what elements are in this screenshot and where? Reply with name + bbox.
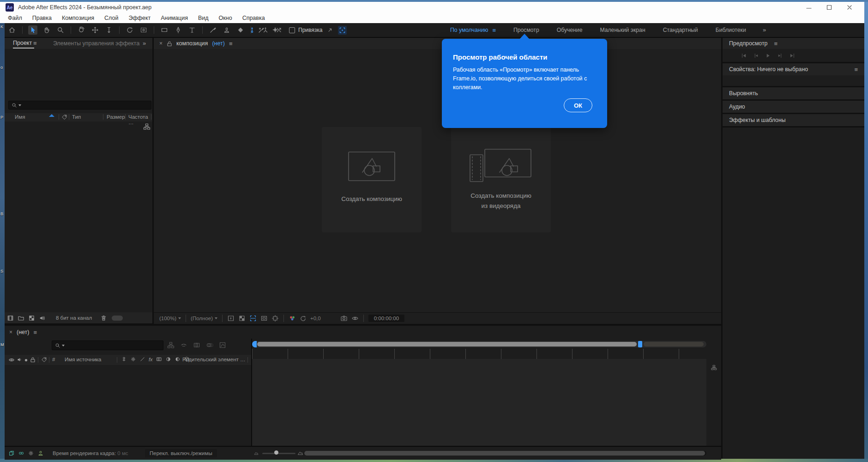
user-presence-icon[interactable] (37, 450, 44, 456)
timeline-navigator[interactable] (252, 341, 706, 347)
effects-presets-panel-header[interactable]: Эффекты и шаблоны (723, 114, 864, 126)
timeline-panel-menu-icon[interactable]: ≡ (34, 329, 37, 336)
playhead-marker[interactable] (638, 341, 642, 347)
bit-depth-label[interactable]: 8 бит на канал (56, 315, 92, 321)
graph-editor-icon[interactable] (219, 341, 226, 349)
last-frame-icon[interactable] (789, 53, 795, 59)
timecode-display[interactable]: 0:00:00:00 (368, 315, 404, 322)
workspace-standard[interactable]: Стандартный (654, 27, 707, 33)
multi-frame-rendering-icon[interactable] (8, 450, 15, 456)
timeline-zoom-slider-track[interactable] (262, 453, 295, 454)
label-color-icon[interactable] (61, 114, 67, 120)
column-type[interactable]: Тип (72, 114, 81, 120)
time-ruler[interactable] (252, 349, 706, 359)
zoom-out-mountain-icon[interactable] (254, 451, 259, 456)
selection-tool[interactable] (28, 25, 37, 35)
mask-visibility-icon[interactable] (260, 315, 268, 322)
close-button[interactable] (839, 2, 860, 13)
minimize-button[interactable] (799, 2, 819, 13)
pan-camera-tool[interactable] (90, 25, 100, 35)
proxy-toggle-icon[interactable] (18, 450, 24, 456)
workspace-default[interactable]: По умолчанию≡ (441, 27, 505, 34)
menu-effect[interactable]: Эффект (123, 13, 156, 23)
fast-previews-icon[interactable] (227, 315, 235, 322)
eraser-tool[interactable] (236, 25, 245, 35)
menu-animation[interactable]: Анимация (156, 13, 193, 23)
frame-blend-icon[interactable] (156, 356, 162, 362)
column-parent[interactable]: Родительский элемент … (182, 357, 245, 362)
menu-edit[interactable]: Правка (27, 13, 57, 23)
menu-help[interactable]: Справка (237, 13, 270, 23)
effects-fx-icon[interactable]: fx (149, 357, 153, 362)
timeline-search-input[interactable] (52, 340, 163, 350)
project-tab-overflow-chevron[interactable]: » (143, 40, 145, 47)
label-color-icon[interactable] (41, 357, 47, 363)
world-axis-mode-icon[interactable] (261, 25, 270, 35)
project-flowchart-icon[interactable] (143, 123, 151, 130)
motion-blur-switch-icon[interactable] (165, 356, 171, 362)
column-size[interactable]: Размер (107, 114, 125, 120)
snapping-checkbox[interactable] (289, 27, 295, 33)
menu-composition[interactable]: Композиция (57, 13, 99, 23)
show-snapshot-eye-icon[interactable] (351, 315, 359, 322)
next-frame-icon[interactable] (777, 53, 783, 59)
view-axis-mode-icon[interactable] (274, 25, 283, 35)
adjustment-layer-icon[interactable] (175, 356, 181, 362)
navigator-start-handle[interactable] (252, 341, 257, 347)
properties-panel-header[interactable]: Свойства: Ничего не выбрано ≡ (723, 63, 864, 75)
sort-ascending-icon[interactable] (49, 114, 54, 117)
new-composition-card[interactable]: Создать композицию (322, 127, 422, 232)
new-composition-from-footage-card[interactable]: Создать композицию из видеоряда (451, 127, 551, 232)
workspace-overflow-chevron[interactable]: » (763, 23, 765, 37)
column-name[interactable]: Имя (15, 114, 25, 120)
crop-target-icon[interactable] (271, 315, 279, 322)
shy-layers-icon[interactable] (180, 341, 187, 349)
trash-icon[interactable] (100, 315, 107, 322)
properties-panel-menu-icon[interactable]: ≡ (854, 66, 858, 73)
camera-tool[interactable] (139, 25, 148, 35)
motion-blur-icon[interactable] (206, 341, 213, 349)
workspace-small-screen[interactable]: Маленький экран (591, 27, 654, 33)
channel-colors-icon[interactable] (289, 315, 296, 322)
tab-close-icon[interactable]: × (9, 329, 12, 335)
scrollbar-handle[interactable] (304, 451, 705, 456)
comp-marker-bin-icon[interactable] (711, 365, 717, 371)
exposure-icon[interactable] (300, 315, 307, 322)
region-of-interest-icon[interactable] (249, 315, 257, 322)
navigator-bar[interactable] (257, 342, 637, 346)
menu-view[interactable]: Вид (193, 13, 214, 23)
brush-tool[interactable] (208, 25, 217, 35)
snap-options-arrow-icon[interactable] (326, 25, 335, 35)
settings-gear-icon[interactable] (28, 450, 34, 456)
audio-icon[interactable] (39, 315, 46, 322)
video-eye-icon[interactable] (8, 357, 15, 363)
menu-file[interactable]: Файл (3, 13, 27, 23)
project-panel-menu-icon[interactable]: ≡ (33, 40, 37, 47)
tab-effect-controls[interactable]: Элементы управления эффектами (53, 40, 140, 47)
toggle-switches-modes-button[interactable]: Перекл. выключ./режимы (145, 449, 217, 457)
timeline-horizontal-scrollbar[interactable] (304, 451, 706, 456)
zoom-tool[interactable] (56, 25, 65, 35)
local-axis-mode-icon[interactable] (247, 25, 257, 35)
home-tool[interactable] (7, 25, 17, 35)
resolution-dropdown[interactable]: (Полное) (191, 316, 217, 321)
timeline-zoom-slider-handle[interactable] (274, 450, 278, 455)
clone-stamp-tool[interactable] (222, 25, 231, 35)
menu-window[interactable]: Окно (214, 13, 237, 23)
new-composition-icon[interactable] (28, 315, 35, 322)
magnification-dropdown[interactable]: (100%) (159, 316, 181, 321)
tab-close-icon[interactable]: × (159, 40, 163, 47)
av-features-icon[interactable] (121, 356, 127, 362)
menu-layer[interactable]: Слой (99, 13, 123, 23)
preview-panel-header[interactable]: Предпросмотр ≡ (723, 38, 864, 49)
panel-resize-pill[interactable] (112, 316, 123, 321)
maximize-button[interactable] (819, 2, 839, 13)
snap-target-icon[interactable] (338, 26, 347, 35)
rotation-tool[interactable] (125, 25, 134, 35)
composition-mini-flowchart-icon[interactable] (167, 341, 175, 349)
dolly-camera-tool[interactable] (104, 25, 114, 35)
workspace-menu-icon[interactable]: ≡ (492, 27, 496, 34)
new-folder-icon[interactable] (18, 315, 24, 322)
audio-panel-header[interactable]: Аудио (723, 101, 864, 113)
workspace-libraries[interactable]: Библиотеки (707, 27, 755, 33)
